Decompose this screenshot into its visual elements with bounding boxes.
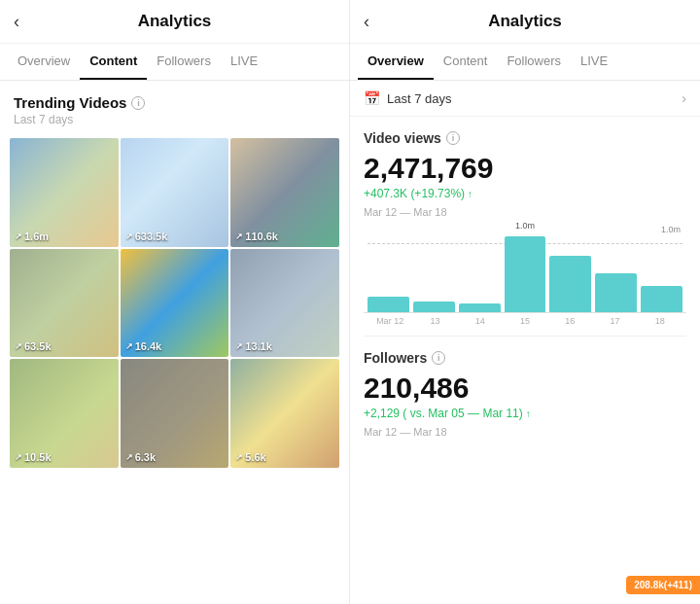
tab-overview-right[interactable]: Overview <box>358 44 434 80</box>
watermark: 208.8k(+411) <box>626 576 700 594</box>
tab-followers-left[interactable]: Followers <box>147 44 221 80</box>
video-views-value: 2,471,769 <box>364 152 686 184</box>
chart-x-labels: Mar 12131415161718 <box>364 313 686 326</box>
video-views-title: Video views i <box>364 130 686 146</box>
video-thumb-7[interactable]: ↗10.5k <box>10 359 119 468</box>
video-views-info-icon[interactable]: i <box>446 131 460 145</box>
video-grid: ↗1.6m ↗633.5k ↗110.6k ↗63.5k ↗16.4k ↗13. <box>0 130 349 476</box>
left-tabs: Overview Content Followers LIVE <box>0 44 349 81</box>
chart-bar <box>595 273 637 312</box>
followers-value: 210,486 <box>364 372 686 404</box>
date-filter-row[interactable]: 📅 Last 7 days › <box>350 81 700 117</box>
followers-change-arrow: ↑ <box>526 409 531 419</box>
video-label-6: ↗13.1k <box>235 340 272 352</box>
video-thumb-2[interactable]: ↗633.5k <box>121 138 229 247</box>
video-label-8: ↗6.3k <box>125 451 156 463</box>
trending-subtitle: Last 7 days <box>14 113 335 126</box>
video-label-1: ↗1.6m <box>15 231 49 242</box>
chart-bar <box>459 303 501 312</box>
chart-x-label: 18 <box>638 316 682 326</box>
video-label-5: ↗16.4k <box>125 340 162 352</box>
video-thumb-8[interactable]: ↗6.3k <box>121 359 229 468</box>
chart-ref-label: 1.0m <box>661 225 681 234</box>
chart-bar <box>641 286 682 312</box>
chart-bar <box>549 256 591 312</box>
chart-x-label: 17 <box>592 316 637 326</box>
trending-info-icon[interactable]: i <box>131 96 145 110</box>
left-panel: ‹ Analytics Overview Content Followers L… <box>0 0 350 604</box>
right-panel-wrapper: ‹ Analytics Overview Content Followers L… <box>350 0 700 604</box>
chevron-right-icon: › <box>682 90 686 106</box>
chart-bar: 1.0m <box>505 236 546 312</box>
calendar-icon: 📅 <box>364 90 380 106</box>
video-thumb-6[interactable]: ↗13.1k <box>230 249 339 358</box>
followers-info-icon[interactable]: i <box>432 351 445 365</box>
trending-title: Trending Videos i <box>14 94 335 111</box>
tab-followers-right[interactable]: Followers <box>497 44 571 80</box>
chart-bar <box>413 302 455 312</box>
bar-peak-label: 1.0m <box>515 221 535 231</box>
video-thumb-9[interactable]: ↗5.6k <box>230 359 339 468</box>
right-panel: ‹ Analytics Overview Content Followers L… <box>350 0 700 604</box>
left-header: ‹ Analytics <box>0 0 349 44</box>
video-thumb-3[interactable]: ↗110.6k <box>230 138 339 247</box>
video-label-3: ↗110.6k <box>235 231 278 242</box>
video-label-4: ↗63.5k <box>15 340 52 352</box>
left-back-button[interactable]: ‹ <box>14 12 19 32</box>
right-header: ‹ Analytics <box>350 0 700 44</box>
chart-x-label: 14 <box>458 316 503 326</box>
date-filter-label: Last 7 days <box>387 91 452 106</box>
followers-change: +2,129 ( vs. Mar 05 — Mar 11) ↑ <box>364 407 686 420</box>
trending-section-header: Trending Videos i Last 7 days <box>0 81 349 130</box>
video-views-date-range: Mar 12 — Mar 18 <box>364 206 686 218</box>
chart-x-label: 16 <box>547 316 592 326</box>
video-label-7: ↗10.5k <box>15 451 52 463</box>
right-tabs: Overview Content Followers LIVE <box>350 44 700 81</box>
right-back-button[interactable]: ‹ <box>364 12 369 32</box>
video-thumb-4[interactable]: ↗63.5k <box>10 249 119 358</box>
video-views-change: +407.3K (+19.73%) ↑ <box>364 187 686 200</box>
chart-bar <box>368 297 409 312</box>
video-thumb-1[interactable]: ↗1.6m <box>10 138 119 247</box>
chart-x-label: Mar 12 <box>368 316 412 326</box>
tab-content-left[interactable]: Content <box>80 44 147 80</box>
chart-x-label: 15 <box>503 316 547 326</box>
followers-date-range: Mar 12 — Mar 18 <box>364 426 686 438</box>
tab-live-left[interactable]: LIVE <box>221 44 267 80</box>
views-change-arrow: ↑ <box>468 189 472 199</box>
video-views-section: Video views i 2,471,769 +407.3K (+19.73%… <box>350 117 700 336</box>
chart-bars-area: 1.0m 1.0m <box>364 226 686 313</box>
tab-content-right[interactable]: Content <box>434 44 498 80</box>
tab-overview-left[interactable]: Overview <box>8 44 80 80</box>
date-filter-left: 📅 Last 7 days <box>364 90 452 106</box>
video-views-chart: 1.0m 1.0m Mar 12131415161718 <box>364 226 686 326</box>
followers-title: Followers i <box>364 350 686 366</box>
video-label-9: ↗5.6k <box>235 451 265 463</box>
tab-live-right[interactable]: LIVE <box>571 44 617 80</box>
video-thumb-5[interactable]: ↗16.4k <box>121 249 229 358</box>
left-title: Analytics <box>138 12 212 31</box>
right-title: Analytics <box>488 12 562 31</box>
chart-x-label: 13 <box>412 316 457 326</box>
followers-section: Followers i 210,486 +2,129 ( vs. Mar 05 … <box>350 337 700 455</box>
video-label-2: ↗633.5k <box>125 231 168 242</box>
